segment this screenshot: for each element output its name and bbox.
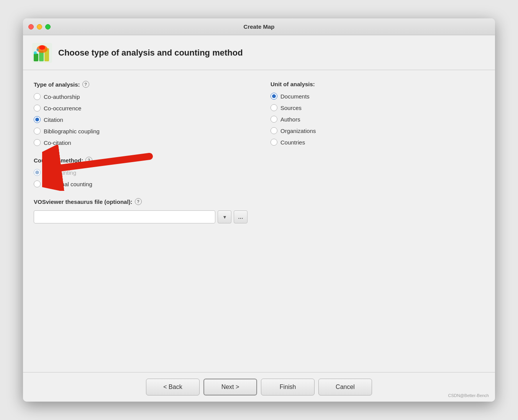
radio-sources[interactable]: Sources	[270, 104, 484, 111]
radio-co-occurrence-circle	[34, 105, 41, 112]
traffic-lights	[28, 24, 51, 30]
finish-button[interactable]: Finish	[261, 379, 315, 395]
app-icon	[32, 43, 52, 63]
radio-organizations[interactable]: Organizations	[270, 127, 484, 134]
type-of-analysis-col: Type of analysis: ? Co-authorship Co-occ…	[34, 81, 248, 223]
type-of-analysis-label: Type of analysis: ?	[34, 81, 248, 88]
radio-countries-circle	[270, 139, 277, 146]
radio-documents-circle	[270, 93, 277, 100]
radio-co-occurrence[interactable]: Co-occurrence	[34, 105, 248, 112]
radio-sources-circle	[270, 104, 277, 111]
radio-co-authorship[interactable]: Co-authorship	[34, 93, 248, 100]
thesaurus-section: VOSviewer thesaurus file (optional): ? ▾…	[34, 198, 248, 223]
footer: < Back Next > Finish Cancel	[23, 372, 495, 402]
close-button[interactable]	[28, 24, 34, 30]
radio-citation-circle	[34, 116, 41, 123]
radio-fractional-counting-circle	[34, 180, 41, 187]
radio-documents[interactable]: Documents	[270, 93, 484, 100]
counting-method-label: Counting method: ?	[34, 157, 248, 164]
radio-full-counting-circle	[34, 169, 41, 176]
header: Choose type of analysis and counting met…	[23, 35, 495, 70]
thesaurus-row: ▾ …	[34, 210, 248, 223]
radio-citation[interactable]: Citation	[34, 116, 248, 123]
radio-bibliographic-coupling[interactable]: Bibliographic coupling	[34, 128, 248, 135]
page-title: Choose type of analysis and counting met…	[58, 48, 243, 58]
back-button[interactable]: < Back	[146, 379, 200, 395]
radio-authors-circle	[270, 116, 277, 123]
counting-method-section: Counting method: ? Full counting Fractio…	[34, 157, 248, 187]
svg-point-6	[34, 51, 37, 54]
radio-co-authorship-circle	[34, 93, 41, 100]
counting-method-group: Full counting Fractional counting	[34, 169, 248, 187]
counting-method-help-icon[interactable]: ?	[85, 157, 92, 164]
radio-co-citation[interactable]: Co-citation	[34, 139, 248, 146]
svg-rect-1	[34, 54, 38, 61]
type-of-analysis-help-icon[interactable]: ?	[82, 81, 89, 88]
two-column-layout: Type of analysis: ? Co-authorship Co-occ…	[34, 81, 484, 223]
radio-organizations-circle	[270, 127, 277, 134]
svg-point-7	[36, 49, 39, 51]
thesaurus-input[interactable]	[34, 210, 215, 223]
cancel-button[interactable]: Cancel	[318, 379, 372, 395]
svg-point-5	[39, 45, 45, 50]
thesaurus-label: VOSviewer thesaurus file (optional): ?	[34, 198, 248, 205]
main-window: Create Map Choose type of analysis and c…	[23, 18, 495, 402]
titlebar: Create Map	[23, 18, 495, 35]
radio-bibliographic-coupling-circle	[34, 128, 41, 135]
unit-of-analysis-label: Unit of analysis:	[270, 81, 484, 87]
maximize-button[interactable]	[45, 24, 51, 30]
radio-co-citation-circle	[34, 139, 41, 146]
radio-authors[interactable]: Authors	[270, 116, 484, 123]
thesaurus-browse-button[interactable]: …	[234, 210, 248, 223]
radio-fractional-counting[interactable]: Fractional counting	[34, 180, 248, 187]
unit-of-analysis-group: Documents Sources Authors Organizations	[270, 93, 484, 146]
content-area: Type of analysis: ? Co-authorship Co-occ…	[23, 70, 495, 372]
watermark: CSDN@Better-Bench	[448, 393, 489, 398]
next-button[interactable]: Next >	[203, 379, 257, 395]
thesaurus-help-icon[interactable]: ?	[135, 198, 142, 205]
window-title: Create Map	[244, 23, 275, 30]
thesaurus-dropdown-button[interactable]: ▾	[218, 210, 231, 223]
radio-countries[interactable]: Countries	[270, 139, 484, 146]
minimize-button[interactable]	[37, 24, 42, 30]
unit-of-analysis-col: Unit of analysis: Documents Sources Auth…	[270, 81, 484, 223]
radio-full-counting[interactable]: Full counting	[34, 169, 248, 176]
type-of-analysis-group: Co-authorship Co-occurrence Citation Bib…	[34, 93, 248, 146]
